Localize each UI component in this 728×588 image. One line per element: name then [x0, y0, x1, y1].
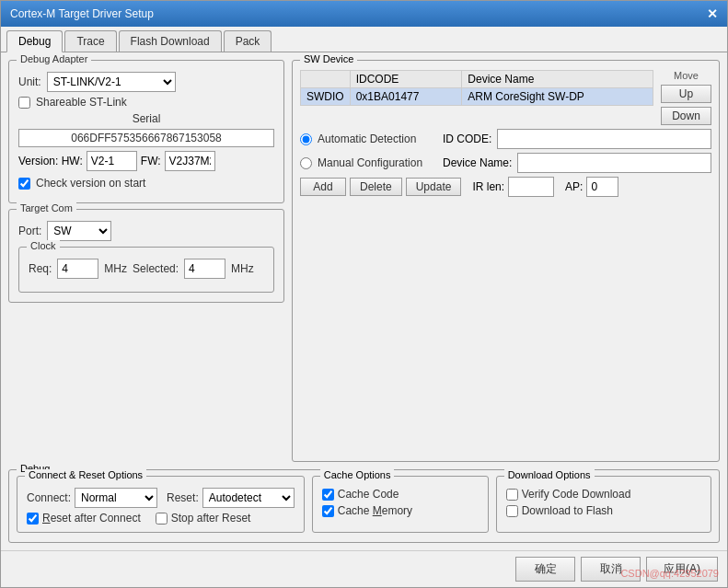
row-idcode: 0x1BA01477 — [350, 88, 462, 106]
device-name-input[interactable] — [517, 153, 711, 173]
close-button[interactable]: ✕ — [707, 6, 718, 21]
watermark: CSDN@qq:42952079 — [620, 568, 719, 579]
verify-code-checkbox[interactable] — [506, 489, 518, 501]
serial-value: 066DFF575356667867153058 — [18, 129, 274, 147]
update-button[interactable]: Update — [406, 178, 462, 196]
cache-code-checkbox[interactable] — [322, 489, 334, 501]
ir-len-input[interactable] — [508, 177, 554, 197]
reset-label: Reset: — [167, 491, 199, 504]
sw-device-label: SW Device — [300, 53, 357, 64]
connect-label: Connect: — [27, 491, 71, 504]
tab-trace[interactable]: Trace — [64, 30, 116, 52]
target-com-label: Target Com — [17, 202, 76, 213]
main-window: Cortex-M Target Driver Setup ✕ Debug Tra… — [0, 0, 728, 588]
manual-config-row: Manual Configuration Device Name: — [300, 153, 711, 173]
debug-adapter-group: Debug Adapter Unit: ST-LINK/V2-1 ST-LINK… — [8, 60, 284, 203]
reset-after-connect-label: Reset after Connect — [42, 512, 141, 525]
ap-label: AP: — [565, 180, 583, 193]
verify-code-label: Verify Code Download — [522, 488, 631, 501]
fw-input[interactable] — [165, 151, 215, 171]
check-version-label: Check version on start — [36, 177, 145, 190]
auto-detect-label: Automatic Detection — [318, 133, 437, 145]
action-row: Add Delete Update IR len: AP: — [300, 177, 711, 197]
sw-table: IDCODE Device Name SWDIO 0x1BA01477 ARM … — [300, 70, 653, 106]
connect-reset-group: Connect & Reset Options Connect: Normal … — [17, 476, 305, 533]
right-panel: SW Device IDCODE Device Name — [292, 60, 720, 462]
sw-device-group: SW Device IDCODE Device Name — [292, 60, 720, 462]
add-button[interactable]: Add — [300, 178, 346, 196]
cache-options-label: Cache Options — [320, 469, 395, 480]
stop-after-reset-label: Stop after Reset — [171, 512, 251, 525]
download-options-group: Download Options Verify Code Download Do… — [496, 476, 711, 533]
clock-label: Clock — [27, 240, 60, 251]
device-name-label: Device Name: — [443, 156, 512, 169]
sw-table-container: IDCODE Device Name SWDIO 0x1BA01477 ARM … — [300, 70, 653, 125]
cache-code-label: Cache Code — [338, 488, 399, 501]
table-row[interactable]: SWDIO 0x1BA01477 ARM CoreSight SW-DP — [301, 88, 653, 106]
confirm-button[interactable]: 确定 — [515, 557, 575, 582]
connect-reset-label: Connect & Reset Options — [25, 469, 146, 480]
clock-group: Clock Req: MHz Selected: MHz — [18, 247, 274, 293]
cache-memory-label: Cache Memory — [338, 504, 412, 517]
delete-button[interactable]: Delete — [350, 178, 402, 196]
main-content: Debug Adapter Unit: ST-LINK/V2-1 ST-LINK… — [1, 52, 727, 469]
mhz2-label: MHz — [231, 262, 254, 275]
auto-detect-radio[interactable] — [300, 133, 312, 145]
ir-len-label: IR len: — [472, 180, 504, 193]
manual-config-radio[interactable] — [300, 157, 312, 169]
fw-label: FW: — [141, 155, 161, 167]
move-buttons: Move Up Down — [661, 70, 711, 125]
cache-options-group: Cache Options Cache Code Cache Memory — [312, 476, 489, 533]
shareable-checkbox[interactable] — [18, 97, 30, 109]
col-empty — [301, 71, 351, 88]
move-up-button[interactable]: Up — [661, 85, 711, 103]
reset-select[interactable]: Autodetect Software Hardware SYSRESETREQ — [202, 488, 295, 508]
tab-bar: Debug Trace Flash Download Pack — [1, 27, 727, 52]
manual-config-label: Manual Configuration — [318, 156, 437, 169]
title-bar: Cortex-M Target Driver Setup ✕ — [1, 1, 727, 27]
reset-after-connect-checkbox[interactable] — [27, 513, 39, 525]
unit-label: Unit: — [18, 75, 41, 88]
req-input[interactable] — [57, 259, 98, 279]
download-flash-label: Download to Flash — [522, 504, 613, 517]
debug-inner: Connect & Reset Options Connect: Normal … — [17, 476, 711, 533]
col-device-name: Device Name — [462, 71, 653, 88]
row-device-name: ARM CoreSight SW-DP — [462, 88, 653, 106]
version-hw-label: Version: HW: — [18, 155, 83, 167]
download-flash-checkbox[interactable] — [506, 505, 518, 517]
left-panel: Debug Adapter Unit: ST-LINK/V2-1 ST-LINK… — [8, 60, 284, 462]
id-code-label: ID CODE: — [443, 133, 491, 145]
move-down-button[interactable]: Down — [661, 107, 711, 125]
selected-label: Selected: — [133, 262, 179, 275]
stop-after-reset-checkbox[interactable] — [156, 513, 168, 525]
cache-memory-checkbox[interactable] — [322, 505, 334, 517]
check-version-checkbox[interactable] — [18, 178, 30, 190]
ap-input[interactable] — [586, 177, 618, 197]
mhz1-label: MHz — [104, 262, 127, 275]
req-label: Req: — [29, 262, 52, 275]
unit-select[interactable]: ST-LINK/V2-1 ST-LINK/V2 ST-LINK/V3 — [47, 72, 176, 92]
move-label: Move — [661, 70, 711, 81]
window-title: Cortex-M Target Driver Setup — [10, 7, 154, 20]
tab-flash-download[interactable]: Flash Download — [119, 30, 222, 52]
footer: 确定 取消 应用(A) — [1, 550, 727, 587]
row-label: SWDIO — [301, 88, 351, 106]
port-select[interactable]: SW JTAG — [47, 221, 111, 241]
hw-input[interactable] — [87, 151, 137, 171]
debug-group: Debug Connect & Reset Options Connect: N… — [8, 469, 720, 543]
download-options-label: Download Options — [504, 469, 595, 480]
connect-select[interactable]: Normal with Pre-reset under Reset Connec… — [75, 488, 157, 508]
port-label: Port: — [18, 225, 41, 237]
debug-adapter-label: Debug Adapter — [17, 53, 91, 64]
id-code-input[interactable] — [497, 129, 711, 149]
tab-debug[interactable]: Debug — [6, 30, 63, 52]
bottom-section: Debug Connect & Reset Options Connect: N… — [1, 469, 727, 550]
tab-pack[interactable]: Pack — [224, 30, 272, 52]
col-idcode: IDCODE — [350, 71, 462, 88]
selected-input[interactable] — [184, 259, 225, 279]
detect-section: Automatic Detection ID CODE: Manual Conf… — [300, 129, 711, 197]
auto-detect-row: Automatic Detection ID CODE: — [300, 129, 711, 149]
target-com-group: Target Com Port: SW JTAG Clock Req: MHz — [8, 209, 284, 303]
shareable-label: Shareable ST-Link — [36, 96, 127, 109]
serial-title: Serial — [18, 112, 274, 125]
